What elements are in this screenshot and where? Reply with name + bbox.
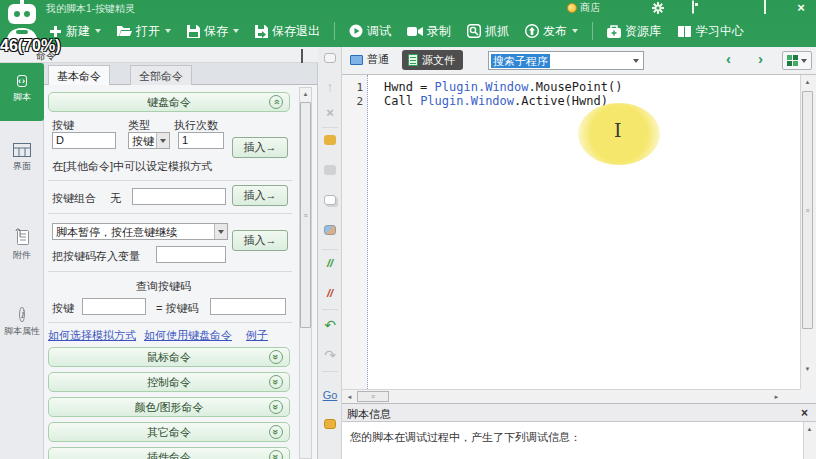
tray-icon (692, 0, 694, 14)
times-input[interactable]: 1 (178, 132, 224, 149)
scroll-left-icon[interactable]: ◄ (343, 391, 356, 403)
key-input[interactable]: D (52, 132, 116, 149)
section-keyboard-commands[interactable]: 键盘命令 » (48, 92, 290, 112)
chevron-down-icon[interactable] (165, 29, 171, 33)
query-code-input[interactable] (210, 298, 286, 315)
drag-hand-icon[interactable] (318, 165, 342, 177)
divider (48, 180, 292, 181)
tab-source-view[interactable]: 源文件 (402, 50, 463, 70)
chevron-down-icon[interactable] (95, 29, 101, 33)
chevron-down-icon[interactable] (572, 29, 578, 33)
open-button[interactable]: 打开 (112, 20, 176, 43)
store-button[interactable]: 商店 (567, 1, 600, 15)
chevron-down-icon[interactable] (233, 29, 239, 33)
editor-vertical-scrollbar[interactable]: ▲ ≡ ▼ (800, 75, 816, 389)
pin-icon[interactable] (301, 50, 308, 59)
collapse-icon[interactable]: » (269, 95, 283, 109)
clipboard-icon[interactable] (318, 53, 342, 65)
sidebar-item-interface[interactable]: 界面 (0, 143, 44, 173)
dropdown-arrow-icon[interactable] (629, 52, 643, 69)
expand-icon[interactable]: » (269, 350, 283, 364)
sidebar-item-script-properties[interactable]: i 脚本属性 (0, 308, 44, 338)
store-keycode-input[interactable] (156, 246, 226, 263)
image-icon[interactable] (318, 225, 342, 237)
tray-button[interactable] (686, 2, 700, 13)
scroll-down-icon[interactable]: ▼ (802, 363, 813, 375)
dropdown-arrow-icon[interactable] (214, 224, 227, 239)
scroll-right-icon[interactable]: ► (770, 391, 783, 403)
section-plugin-commands[interactable]: 插件命令 » (48, 447, 290, 459)
command-panel-scrollbar[interactable]: ▲ ≡ (299, 87, 312, 459)
learning-center-button[interactable]: 学习中心 (672, 20, 749, 43)
close-icon[interactable]: × (801, 406, 808, 420)
dropdown-arrow-icon[interactable] (156, 133, 169, 148)
resource-library-button[interactable]: 资源库 (602, 20, 666, 43)
tab-normal-view[interactable]: 普通 (350, 52, 389, 67)
settings-gear-icon[interactable] (652, 2, 664, 14)
expand-icon[interactable]: » (269, 400, 283, 414)
editor-horizontal-scrollbar[interactable]: ◄ ≡ ► (342, 389, 800, 403)
store-keycode-label: 把按键码存入变量 (52, 249, 140, 264)
play-icon (349, 24, 363, 38)
save-button[interactable]: 保存 (182, 20, 244, 43)
link-example[interactable]: 例子 (246, 328, 268, 343)
script-info-panel: 脚本信息 × 您的脚本在调试过程中，产生了下列调试信息： ▲ (342, 403, 816, 459)
link-choose-simulation[interactable]: 如何选择模拟方式 (48, 328, 136, 343)
section-color-commands[interactable]: 颜色/图形命令 » (48, 397, 290, 417)
tab-all-commands[interactable]: 全部命令 (130, 65, 192, 85)
prev-button[interactable]: ‹ (726, 50, 731, 67)
section-mouse-commands[interactable]: 鼠标命令 » (48, 347, 290, 367)
undo-icon[interactable]: ↶ (318, 317, 342, 333)
pause-dropdown[interactable]: 脚本暂停，按任意键继续 (52, 223, 228, 240)
scroll-up-icon[interactable]: ▲ (802, 76, 813, 88)
debug-button[interactable]: 调试 (344, 20, 396, 43)
close-button[interactable]: × (794, 2, 808, 13)
delete-icon[interactable]: × (318, 105, 342, 120)
tab-basic-commands[interactable]: 基本命令 (48, 65, 110, 85)
monitor-icon (350, 55, 363, 65)
scrollbar-thumb[interactable]: ≡ (357, 391, 389, 402)
scroll-up-icon[interactable]: ▲ (804, 423, 815, 435)
next-button[interactable]: › (758, 50, 763, 67)
insert-combo-button[interactable]: 插入→ (232, 185, 288, 206)
redo-icon[interactable]: ↷ (318, 347, 342, 363)
uncomment-icon[interactable]: // (318, 287, 342, 299)
comment-icon[interactable]: // (318, 257, 342, 269)
section-other-commands[interactable]: 其它命令 » (48, 422, 290, 442)
query-key-input[interactable] (82, 298, 146, 315)
key-combo-input[interactable] (132, 188, 226, 205)
code-editor[interactable]: 1 2 Hwnd = Plugin.Window.MousePoint() Ca… (342, 75, 800, 389)
record-button[interactable]: 录制 (402, 20, 456, 43)
expand-icon[interactable]: » (269, 450, 283, 459)
line-number-gutter: 1 2 (342, 75, 368, 389)
type-dropdown[interactable]: 按键 (128, 132, 170, 149)
sidebar-item-script[interactable]: ‹› 脚本 (0, 63, 44, 121)
link-keyboard-help[interactable]: 如何使用键盘命令 (144, 328, 232, 343)
save-exit-button[interactable]: 保存退出 (250, 20, 325, 43)
copy-icon[interactable] (318, 195, 342, 207)
insert-pause-button[interactable]: 插入→ (232, 230, 288, 251)
scrollbar-thumb[interactable]: ≡ (802, 91, 813, 329)
info-panel-scrollbar[interactable]: ▲ (803, 422, 816, 459)
publish-up-icon (525, 24, 539, 38)
maximize-button[interactable] (758, 2, 772, 13)
move-up-icon[interactable]: ↑ (318, 79, 342, 94)
goto-line-button[interactable]: Go (318, 389, 342, 401)
key-label: 按键 (52, 118, 74, 133)
expand-icon[interactable]: » (269, 375, 283, 389)
scrollbar-thumb[interactable]: ≡ (300, 102, 311, 328)
capture-button[interactable]: 抓抓 (462, 20, 514, 43)
view-options-button[interactable] (782, 51, 812, 70)
paste-icon[interactable] (318, 135, 342, 147)
expand-icon[interactable]: » (269, 425, 283, 439)
insert-key-button[interactable]: 插入→ (232, 137, 288, 158)
publish-button[interactable]: 发布 (520, 20, 583, 43)
sidebar-item-attachment[interactable]: 附件 (0, 228, 44, 262)
simulate-hint: 在[其他命令]中可以设定模拟方式 (52, 159, 212, 174)
record-insert-icon[interactable] (318, 419, 342, 431)
toolbar-divider (334, 22, 335, 40)
plus-icon (49, 25, 62, 38)
section-control-commands[interactable]: 控制命令 » (48, 372, 290, 392)
scroll-up-icon[interactable]: ▲ (300, 88, 311, 100)
subroutine-search-combo[interactable]: 搜索子程序 (488, 51, 644, 70)
